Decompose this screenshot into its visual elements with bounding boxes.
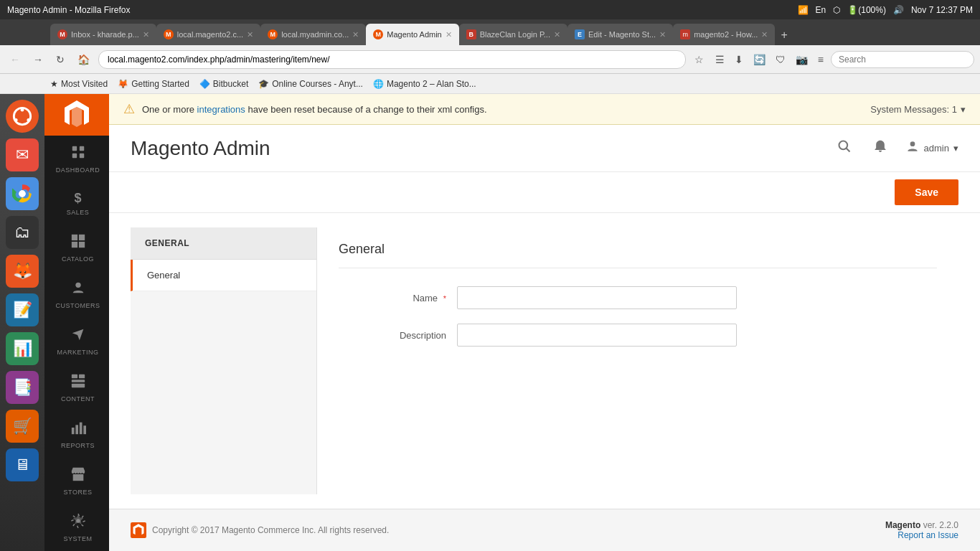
svg-point-27	[910, 141, 915, 146]
tab-close-magento-admin[interactable]: ✕	[446, 30, 452, 39]
admin-sidebar: DASHBOARD $ SALES CATALOG	[44, 94, 109, 551]
ubuntu-logo[interactable]	[6, 100, 39, 133]
address-bar[interactable]	[98, 50, 686, 69]
back-button[interactable]: ←	[6, 51, 24, 68]
bookmark-magento2-alan-label: Magento 2 – Alan Sto...	[387, 79, 476, 89]
bookmark-magento-icon: 🌐	[373, 79, 384, 89]
browser-nav-icons: ☰ ⬇ 🔄 🛡 📷 ≡	[712, 51, 826, 68]
tab-close-magento2-how[interactable]: ✕	[761, 30, 768, 39]
report-issue-link[interactable]: Report an Issue	[897, 530, 958, 540]
os-icon-thunderbird[interactable]: ✉	[6, 138, 39, 171]
svg-rect-10	[71, 235, 77, 240]
description-input[interactable]	[457, 324, 737, 347]
os-icon-files[interactable]: 🗂	[6, 216, 39, 249]
tab-inbox[interactable]: M Inbox - kharade.p... ✕	[50, 24, 156, 45]
tab-close-myadmin[interactable]: ✕	[352, 30, 359, 39]
menu-button[interactable]: ≡	[815, 51, 826, 68]
svg-rect-21	[79, 423, 82, 435]
sidebar-item-stores[interactable]: STORES	[44, 458, 109, 504]
bookmark-magento2-alan[interactable]: 🌐 Magento 2 – Alan Sto...	[373, 79, 476, 89]
tab-blazeclan[interactable]: B BlazeClan Login P... ✕	[459, 24, 567, 45]
tab-myadmin[interactable]: M local.myadmin.co... ✕	[260, 24, 366, 45]
sync-button[interactable]: 🔄	[750, 51, 768, 68]
reload-button[interactable]: ↻	[52, 51, 69, 68]
os-icon-firefox[interactable]: 🦊	[6, 255, 39, 288]
content-icon	[70, 373, 86, 392]
system-message-content: ⚠ One or more integrations have been res…	[123, 101, 487, 117]
sidebar-item-content[interactable]: CONTENT	[44, 364, 109, 411]
tab-close-blazeclan[interactable]: ✕	[554, 30, 560, 39]
private-mode-button[interactable]: 🛡	[773, 51, 788, 68]
os-icon-libreoffice-calc[interactable]: 📊	[6, 332, 39, 365]
admin-user-chevron-icon: ▾	[953, 143, 958, 154]
save-button[interactable]: Save	[895, 179, 958, 205]
tab-title-edit-magento: Edit - Magento St...	[588, 30, 656, 39]
new-tab-button[interactable]: +	[775, 25, 793, 45]
bookmark-button[interactable]: ☆	[690, 51, 708, 68]
os-icon-chrome[interactable]	[6, 177, 39, 210]
tab-magento2-how[interactable]: m magento2 - How... ✕	[673, 24, 775, 45]
required-star-name: *	[443, 294, 446, 303]
svg-rect-16	[78, 375, 84, 379]
svg-point-14	[75, 283, 80, 288]
bookmark-most-visited[interactable]: ★ Most Visited	[50, 79, 108, 89]
form-row-description: Description	[339, 324, 937, 347]
bookmark-bitbucket-label: Bitbucket	[213, 79, 248, 89]
os-icon-libreoffice-writer[interactable]: 📝	[6, 293, 39, 326]
svg-point-2	[14, 118, 18, 122]
os-icon-libreoffice-impress[interactable]: 📑	[6, 371, 39, 404]
magento-logo[interactable]	[44, 94, 109, 136]
admin-avatar-icon	[905, 139, 920, 157]
tab-edit-magento[interactable]: E Edit - Magento St... ✕	[567, 24, 673, 45]
firefox-search-input[interactable]	[831, 51, 974, 68]
sidebar-item-dashboard[interactable]: DASHBOARD	[44, 136, 109, 182]
bookmark-bitbucket-icon: 🔷	[199, 79, 210, 89]
sidebar-label-system: SYSTEM	[63, 535, 92, 542]
download-button[interactable]: ⬇	[732, 51, 746, 68]
sidebar-label-sales: SALES	[67, 209, 90, 216]
tab-close-magento1[interactable]: ✕	[247, 30, 253, 39]
sidebar-label-reports: REPORTS	[61, 442, 95, 449]
os-icon-amazon[interactable]: 🛒	[6, 410, 39, 443]
svg-point-24	[76, 519, 80, 523]
sidebar-item-catalog[interactable]: CATALOG	[44, 225, 109, 271]
bookmark-most-visited-label: Most Visited	[61, 79, 108, 89]
form-area: GENERAL General General Name * Descripti…	[109, 213, 980, 509]
sidebar-label-content: CONTENT	[61, 395, 95, 402]
integrations-link[interactable]: integrations	[197, 104, 245, 115]
sidebar-item-reports[interactable]: REPORTS	[44, 411, 109, 458]
tab-magento-admin[interactable]: M Magento Admin ✕	[366, 24, 458, 45]
svg-point-25	[839, 141, 847, 150]
sidebar-item-customers[interactable]: CUSTOMERS	[44, 271, 109, 318]
sidebar-item-marketing[interactable]: MARKETING	[44, 318, 109, 364]
svg-rect-11	[78, 235, 84, 240]
reader-mode-button[interactable]: ☰	[712, 51, 727, 68]
tab-close-inbox[interactable]: ✕	[143, 30, 149, 39]
page-header: Magento Admin	[109, 125, 980, 172]
wifi-icon: 📶	[798, 5, 809, 15]
home-button[interactable]: 🏠	[73, 51, 94, 68]
screenshot-button[interactable]: 📷	[793, 51, 811, 68]
form-section-general-item[interactable]: General	[131, 260, 316, 291]
notifications-button[interactable]	[870, 136, 891, 161]
sidebar-item-system[interactable]: SYSTEM	[44, 504, 109, 551]
tab-magento1[interactable]: M local.magento2.c... ✕	[156, 24, 260, 45]
bookmark-bitbucket[interactable]: 🔷 Bitbucket	[199, 79, 248, 89]
tab-favicon-myadmin: M	[268, 29, 278, 39]
tab-close-edit-magento[interactable]: ✕	[659, 30, 666, 39]
form-right-panel: General Name * Description	[317, 227, 958, 494]
bookmark-online-courses[interactable]: 🎓 Online Courses - Anyt...	[258, 79, 363, 89]
bookmark-getting-started[interactable]: 🦊 Getting Started	[118, 79, 189, 89]
admin-user-menu[interactable]: admin ▾	[905, 139, 958, 157]
svg-rect-17	[71, 380, 84, 382]
os-icon-extra1[interactable]: 🖥	[6, 448, 39, 481]
forward-button[interactable]: →	[29, 51, 47, 68]
name-input[interactable]	[457, 286, 737, 309]
search-button[interactable]	[834, 136, 855, 161]
system-messages-button[interactable]: System Messages: 1 ▾	[870, 104, 966, 115]
footer-version-number-text: ver. 2.2.0	[923, 520, 958, 530]
sidebar-label-customers: CUSTOMERS	[56, 302, 100, 309]
sidebar-item-sales[interactable]: $ SALES	[44, 182, 109, 225]
svg-rect-22	[83, 425, 86, 434]
system-icon	[70, 513, 86, 532]
